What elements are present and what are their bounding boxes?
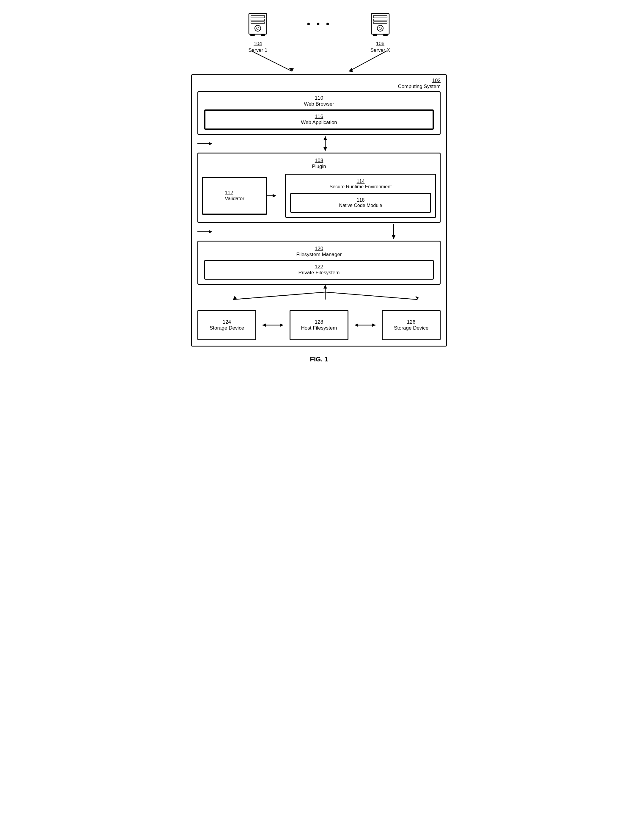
validator-arrow-svg [267,184,279,207]
storage-device-1-box: 124 Storage Device [197,310,256,340]
svg-marker-38 [262,323,266,327]
storage-host-right-arrows [353,313,377,337]
plugin-label: 108 Plugin [202,158,436,169]
svg-line-18 [349,51,387,71]
plugin-fs-arrow-svg [197,223,441,240]
figure-caption: FIG. 1 [310,356,328,363]
plugin-inner-row: 112 Validator 114 Secure Runtime Environ… [202,174,436,218]
web-browser-label: 110 Web Browser [202,95,436,107]
svg-rect-7 [261,34,265,36]
svg-rect-14 [373,34,377,36]
svg-marker-30 [209,230,212,234]
secure-runtime-box: 114 Secure Runtime Environment 118 Nativ… [285,174,436,218]
server1-unit: 104 Server 1 [245,12,271,54]
server1-icon [245,12,271,39]
svg-marker-21 [324,136,327,140]
svg-marker-39 [280,323,283,327]
bottom-boxes-row: 124 Storage Device 128 Host Filesystem [197,310,441,340]
fs-storage-arrows-svg [197,285,441,301]
native-code-module-box: 118 Native Code Module [290,193,431,213]
dots-separator: • • • [307,19,331,47]
web-application-label: 116 Web Application [209,114,429,125]
svg-rect-15 [383,34,388,36]
web-browser-box: 110 Web Browser 116 Web Application [197,91,441,135]
svg-marker-36 [415,296,419,299]
serverX-icon [367,12,393,39]
storage-host-left-arrows [261,313,285,337]
svg-marker-26 [273,194,276,198]
svg-marker-28 [392,235,395,239]
validator-box: 112 Validator [202,177,267,215]
svg-marker-32 [324,285,327,288]
server-arrows-svg [191,51,447,74]
svg-marker-19 [349,68,353,72]
server1-label: 104 Server 1 [248,40,267,54]
svg-line-35 [325,292,417,299]
svg-marker-41 [355,323,358,327]
svg-line-16 [251,51,292,71]
serverX-label: 106 Server X [370,40,390,54]
webapp-plugin-arrow-svg [197,135,441,153]
computing-system-label: 102 Computing System [398,78,441,90]
validator-label: 112 Validator [225,190,245,202]
secure-runtime-label: 114 Secure Runtime Environment [290,179,431,190]
svg-rect-6 [250,34,255,36]
svg-line-33 [233,292,325,299]
plugin-box: 108 Plugin 112 Validator [197,153,441,223]
serverX-unit: 106 Server X [367,12,393,54]
computing-system-box: 102 Computing System 110 Web Browser 116… [191,74,447,346]
diagram-container: 104 Server 1 • • • 106 Server X [191,12,447,363]
host-filesystem-box: 128 Host Filesystem [289,310,349,340]
private-filesystem-label: 122 Private Filesystem [209,264,429,276]
private-filesystem-box: 122 Private Filesystem [204,260,434,280]
servers-row: 104 Server 1 • • • 106 Server X [191,12,447,54]
filesystem-manager-box: 120 Filesystem Manager 122 Private Files… [197,240,441,285]
svg-marker-42 [372,323,376,327]
filesystem-manager-label: 120 Filesystem Manager [202,246,436,258]
svg-marker-22 [324,147,327,151]
svg-marker-24 [209,142,212,146]
storage-device-2-box: 126 Storage Device [382,310,441,340]
web-application-box: 116 Web Application [204,109,434,130]
